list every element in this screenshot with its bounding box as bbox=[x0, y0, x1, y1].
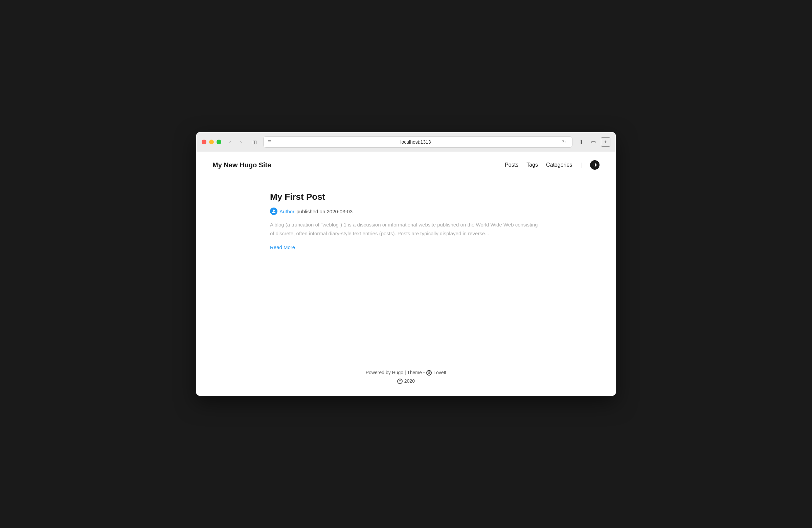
share-button[interactable]: ⬆ bbox=[577, 137, 586, 147]
site-header: My New Hugo Site Posts Tags Categories | bbox=[196, 152, 616, 178]
sidebar-icon: ◫ bbox=[252, 139, 257, 145]
author-icon bbox=[270, 208, 277, 215]
new-tab-button[interactable]: + bbox=[601, 137, 610, 147]
post-title[interactable]: My First Post bbox=[270, 192, 542, 202]
svg-point-1 bbox=[273, 210, 275, 212]
theme-toggle-button[interactable] bbox=[590, 160, 599, 170]
at-icon: @ bbox=[426, 370, 432, 376]
nav-tags[interactable]: Tags bbox=[526, 162, 538, 168]
back-button[interactable]: ‹ bbox=[225, 137, 235, 147]
duplicate-button[interactable]: ▭ bbox=[589, 137, 598, 147]
nav-categories[interactable]: Categories bbox=[546, 162, 572, 168]
browser-actions: ⬆ ▭ + bbox=[577, 137, 610, 147]
address-bar[interactable] bbox=[274, 139, 557, 145]
main-content: My First Post Author published on 2020-0… bbox=[254, 178, 558, 355]
post-divider bbox=[270, 264, 542, 264]
theme-toggle-icon bbox=[592, 163, 597, 167]
nav-posts[interactable]: Posts bbox=[505, 162, 518, 168]
copyright-icon: C bbox=[397, 379, 403, 384]
footer-text: Powered by Hugo | Theme - bbox=[366, 370, 425, 375]
site-content: My New Hugo Site Posts Tags Categories |… bbox=[196, 152, 616, 395]
refresh-icon: ↻ bbox=[562, 139, 566, 145]
maximize-button[interactable] bbox=[217, 140, 221, 144]
read-more-link[interactable]: Read More bbox=[270, 244, 295, 250]
site-logo[interactable]: My New Hugo Site bbox=[213, 161, 271, 169]
footer-copyright: C 2020 bbox=[203, 377, 609, 386]
account-icon bbox=[271, 209, 276, 214]
nav-buttons: ‹ › bbox=[225, 137, 246, 147]
browser-window: ‹ › ◫ ☰ ↻ ⬆ ▭ + bbox=[196, 132, 616, 396]
author-link[interactable]: Author bbox=[279, 209, 294, 214]
post-meta: Author published on 2020-03-03 bbox=[270, 208, 542, 215]
forward-icon: › bbox=[240, 139, 242, 145]
address-bar-wrapper: ☰ ↻ bbox=[263, 136, 572, 148]
duplicate-icon: ▭ bbox=[591, 139, 596, 145]
site-footer: Powered by Hugo | Theme - @ LoveIt C 202… bbox=[196, 355, 616, 395]
back-icon: ‹ bbox=[229, 139, 231, 145]
post-date: published on 2020-03-03 bbox=[296, 209, 352, 214]
post-card: My First Post Author published on 2020-0… bbox=[270, 192, 542, 278]
refresh-button[interactable]: ↻ bbox=[560, 138, 568, 146]
copyright-year: 2020 bbox=[404, 378, 415, 384]
site-nav: Posts Tags Categories | bbox=[505, 160, 599, 170]
share-icon: ⬆ bbox=[579, 139, 584, 145]
footer-theme-name: LoveIt bbox=[433, 370, 446, 375]
browser-chrome: ‹ › ◫ ☰ ↻ ⬆ ▭ + bbox=[196, 132, 616, 152]
minimize-button[interactable] bbox=[209, 140, 214, 144]
sidebar-button[interactable]: ◫ bbox=[250, 137, 259, 147]
close-button[interactable] bbox=[202, 140, 206, 144]
new-tab-icon: + bbox=[604, 139, 607, 145]
address-bar-menu-icon: ☰ bbox=[267, 140, 271, 144]
post-excerpt: A blog (a truncation of "weblog") 1 is a… bbox=[270, 221, 542, 238]
forward-button[interactable]: › bbox=[236, 137, 246, 147]
traffic-lights bbox=[202, 140, 221, 144]
footer-powered-by: Powered by Hugo | Theme - @ LoveIt bbox=[203, 368, 609, 377]
nav-divider: | bbox=[580, 162, 582, 169]
